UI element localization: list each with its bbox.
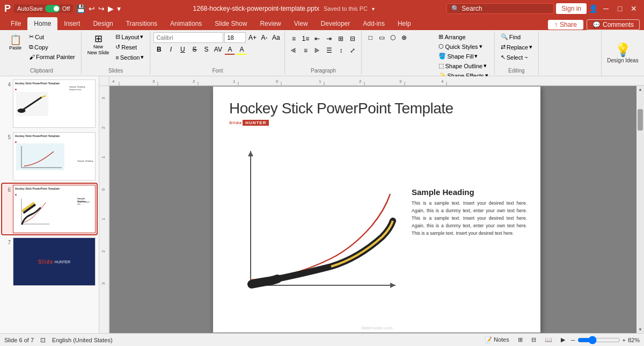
tab-home[interactable]: Home (27, 17, 57, 30)
slide-thumbnail-4[interactable]: 4 Hockey Stick PowerPoint Template Sampl… (2, 78, 97, 129)
section-button[interactable]: ≡ Section ▾ (113, 53, 147, 62)
watermark: SlideHunter.com (361, 326, 393, 330)
tab-animations[interactable]: Animations (164, 17, 208, 30)
tab-developer[interactable]: Developer (314, 17, 357, 30)
shadow-button[interactable]: S (201, 44, 211, 55)
customize-icon[interactable]: ▾ (117, 4, 121, 13)
zoom-out-icon[interactable]: ─ (571, 337, 575, 343)
shape-outline-button[interactable]: ⬚ Shape Outline ▾ (436, 61, 491, 70)
char-spacing-button[interactable]: AV (213, 44, 223, 55)
justify-button[interactable]: ☰ (324, 45, 334, 56)
shape-rounded[interactable]: ▭ (376, 32, 387, 43)
zoom-level[interactable]: 82% (628, 337, 640, 343)
minimize-button[interactable]: ─ (600, 3, 612, 15)
increase-font-button[interactable]: A+ (247, 32, 258, 43)
shape-rect[interactable]: □ (365, 32, 376, 43)
save-icon[interactable]: 💾 (76, 4, 85, 13)
arrange-button[interactable]: ⊞ Arrange (436, 32, 491, 41)
tab-insert[interactable]: Insert (57, 17, 86, 30)
svg-text:4: 4 (112, 79, 115, 84)
comments-button[interactable]: 💬 Comments (587, 19, 640, 30)
font-name-input[interactable] (153, 32, 223, 43)
view-reading-button[interactable]: 📖 (542, 335, 555, 344)
tab-transitions[interactable]: Transitions (120, 17, 164, 30)
slide-title[interactable]: Hockey Stick PowerPoint Template (229, 100, 453, 117)
close-button[interactable]: ✕ (628, 3, 640, 15)
slide-thumbnail-6[interactable]: 6 Hockey Stick PowerPoint Template Sampl… (2, 184, 97, 234)
italic-button[interactable]: I (165, 44, 176, 55)
copy-button[interactable]: ⧉ Copy (26, 42, 78, 52)
scroll-down-button[interactable]: ▼ (636, 326, 644, 333)
replace-button[interactable]: ⇄ Replace ▾ (498, 42, 535, 52)
scrollbar-thumb[interactable] (638, 109, 643, 131)
smart-art-button[interactable]: ⊞ (335, 33, 346, 44)
notes-button[interactable]: 📝 Notes (482, 335, 512, 344)
shape-more[interactable]: ⊕ (399, 32, 409, 43)
increase-indent-button[interactable]: ⇥ (324, 33, 334, 44)
dropdown-icon[interactable]: ▾ (372, 6, 375, 12)
view-slide-sorter-button[interactable]: ⊟ (529, 335, 539, 344)
zoom-in-icon[interactable]: + (623, 337, 626, 343)
format-painter-button[interactable]: 🖌 Format Painter (26, 53, 78, 61)
decrease-font-button[interactable]: A- (259, 32, 269, 43)
account-icon[interactable]: 👤 (589, 4, 598, 13)
tab-file[interactable]: File (4, 17, 27, 30)
redo-icon[interactable]: ↪ (98, 4, 105, 13)
underline-button[interactable]: U (177, 44, 188, 55)
view-normal-button[interactable]: ⊞ (515, 335, 525, 344)
strikethrough-button[interactable]: S (189, 44, 200, 55)
view-slideshow-button[interactable]: ▶ (558, 335, 568, 344)
shape-snip[interactable]: ⬡ (387, 32, 398, 43)
tab-slideshow[interactable]: Slide Show (208, 17, 253, 30)
find-button[interactable]: 🔍 Find (498, 32, 535, 41)
tab-review[interactable]: Review (253, 17, 287, 30)
quick-styles-button[interactable]: ⬡ Quick Styles ▾ (436, 42, 491, 51)
canvas-scroll[interactable]: Hockey Stick PowerPoint Template Slide H… (109, 86, 644, 333)
font-color-button[interactable]: A (224, 44, 235, 55)
autosave-toggle[interactable] (45, 5, 60, 12)
highlight-button[interactable]: A (236, 44, 247, 55)
signin-button[interactable]: Sign in (556, 3, 587, 14)
status-right: 📝 Notes ⊞ ⊟ 📖 ▶ ─ + 82% (482, 335, 640, 344)
bold-button[interactable]: B (153, 44, 164, 55)
title-bar: P AutoSave Off 💾 ↩ ↪ ▶ ▾ 1268-hockey-sti… (0, 0, 644, 17)
numbering-button[interactable]: 1≡ (300, 33, 311, 44)
tab-view[interactable]: View (288, 17, 314, 30)
zoom-slider[interactable] (577, 336, 620, 344)
new-slide-button[interactable]: ⊞ New New Slide (85, 32, 112, 57)
slide-thumbnail-7[interactable]: 7 Slide HUNTER (2, 236, 97, 287)
svg-text:1: 1 (101, 218, 106, 220)
align-left-button[interactable]: ⫷ (288, 45, 299, 56)
bullets-button[interactable]: ≡ (288, 33, 299, 44)
tab-design[interactable]: Design (86, 17, 119, 30)
tab-help[interactable]: Help (391, 17, 418, 30)
columns-button[interactable]: ⊟ (347, 33, 358, 44)
designer-panel[interactable]: 💡 Design Ideas (601, 30, 644, 76)
restore-button[interactable]: □ (614, 3, 626, 15)
align-right-button[interactable]: ⫸ (312, 45, 323, 56)
vertical-scrollbar[interactable]: ▲ ▼ (636, 86, 644, 333)
search-box[interactable]: 🔍 Search (447, 3, 554, 14)
align-center-button[interactable]: ≡ (300, 45, 311, 56)
shape-fill-button[interactable]: 🪣 Shape Fill ▾ (436, 52, 491, 61)
scroll-up-button[interactable]: ▲ (636, 86, 644, 93)
paste-button[interactable]: 📋 Paste (5, 32, 25, 67)
font-size-input[interactable] (224, 32, 246, 43)
slide-thumbnail-5[interactable]: 5 Hockey Stick PowerPoint Template Sampl… (2, 131, 97, 182)
layout-button[interactable]: ⊟ Layout ▾ (113, 32, 147, 41)
text-direction-button[interactable]: ⤢ (347, 45, 358, 56)
undo-icon[interactable]: ↩ (89, 4, 95, 13)
decrease-indent-button[interactable]: ⇤ (312, 33, 323, 44)
line-spacing-button[interactable]: ↕ (335, 45, 346, 56)
svg-text:3: 3 (399, 79, 402, 84)
clear-format-button[interactable]: Aa (270, 32, 281, 43)
svg-text:4: 4 (441, 79, 444, 84)
reset-button[interactable]: ↺ Reset (113, 42, 147, 52)
select-button[interactable]: ↖ Select ~ (498, 53, 535, 62)
present-icon[interactable]: ▶ (108, 4, 114, 13)
share-button[interactable]: ↑ Share (548, 20, 583, 30)
slide-body-text[interactable]: This is a sample text. Insert your desir… (412, 199, 527, 237)
tab-addins[interactable]: Add-ins (356, 17, 391, 30)
cut-button[interactable]: ✂ Cut (26, 32, 78, 41)
search-icon: 🔍 (451, 5, 459, 12)
